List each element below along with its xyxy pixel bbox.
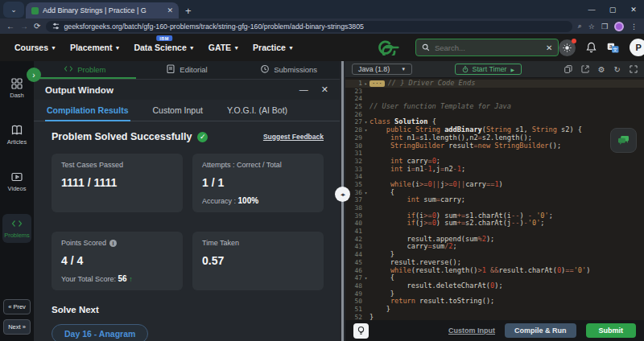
url-text: geeksforgeeks.org/batch/gfg-160-problems… xyxy=(64,23,364,31)
settings-gear-icon[interactable]: ⚙ xyxy=(598,65,605,74)
sidebar-item-articles[interactable]: Articles xyxy=(2,121,31,150)
user-avatar[interactable]: P xyxy=(630,39,644,56)
copy-icon[interactable] xyxy=(564,65,572,73)
start-timer-button[interactable]: Start Timer ▶ xyxy=(455,64,522,75)
line-number: 29 xyxy=(345,134,362,142)
reset-code-icon[interactable]: ↻ xyxy=(614,65,621,74)
panel-divider[interactable]: ◂▸ xyxy=(340,61,345,341)
tab-label: Editorial xyxy=(180,65,207,74)
gutter-space xyxy=(362,150,369,158)
minimize-icon[interactable]: — xyxy=(581,6,602,14)
custom-input-link[interactable]: Custom Input xyxy=(448,327,495,335)
hint-bulb-button[interactable] xyxy=(353,323,369,339)
nav-item-practice[interactable]: Practice▼ xyxy=(253,43,294,52)
code-line[interactable]: 30 StringBuilder result=new StringBuilde… xyxy=(345,142,644,150)
tab-submissions[interactable]: Submissions xyxy=(237,61,340,79)
status-heading: Problem Solved Successfully xyxy=(52,131,192,142)
fold-caret-icon[interactable]: ▾ xyxy=(362,118,369,126)
menu-kebab-icon[interactable]: ⋮ xyxy=(630,23,638,31)
subtab-y-o-g-i-ai-bot-[interactable]: Y.O.G.I. (AI Bot) xyxy=(225,100,289,121)
next-button[interactable]: Next » xyxy=(3,319,31,335)
translate-icon[interactable]: a 文 xyxy=(607,43,619,53)
minimize-output-icon[interactable]: — xyxy=(299,84,308,95)
ai-chat-button[interactable] xyxy=(610,128,637,153)
articles-icon xyxy=(11,125,23,136)
bookmark-star-icon[interactable]: ☆ xyxy=(588,23,595,31)
gutter-space xyxy=(362,282,369,290)
url-field[interactable]: geeksforgeeks.org/batch/gfg-160-problems… xyxy=(46,21,572,32)
suggest-feedback-link[interactable]: Suggest Feedback xyxy=(263,133,324,141)
result-cards: Test Cases Passed1111 / 1111Attempts : C… xyxy=(52,154,324,290)
browser-tab[interactable]: Add Binary Strings | Practice | G ✕ xyxy=(26,2,179,18)
chevron-down-icon: ▼ xyxy=(233,45,239,51)
sidebar-item-problems[interactable]: Problems xyxy=(2,214,31,243)
sidebar-expand-button[interactable]: › xyxy=(27,68,41,82)
back-icon[interactable]: ← xyxy=(6,22,14,31)
line-number: 50 xyxy=(345,298,362,306)
fold-caret-icon[interactable]: ▾ xyxy=(362,189,369,197)
forward-icon[interactable]: → xyxy=(20,22,28,31)
code-line[interactable]: 51 } xyxy=(345,306,644,314)
nav-item-data-science[interactable]: IBMData Science▼ xyxy=(134,43,194,52)
prev-button[interactable]: « Prev xyxy=(3,299,31,314)
notification-dot xyxy=(572,39,576,43)
profile-avatar[interactable] xyxy=(614,22,624,31)
code-line[interactable]: 33 int i=n1-1,j=n2-1; xyxy=(345,166,644,174)
tab-editorial[interactable]: Editorial xyxy=(136,61,238,79)
line-number: 51 xyxy=(345,306,362,314)
zoom-icon[interactable]: ⌕ xyxy=(578,22,582,31)
search-input[interactable] xyxy=(435,43,541,52)
extensions-icon[interactable]: ❒ xyxy=(601,23,608,31)
new-tab-button[interactable]: + xyxy=(185,5,192,18)
window-controls: — ▢ ✕ xyxy=(581,0,644,18)
play-icon: ▶ xyxy=(511,67,515,72)
code-area[interactable]: 1▸···// } Driver Code Ends232425// User … xyxy=(345,78,644,320)
code-line[interactable]: 25// User function Template for Java xyxy=(345,103,644,111)
line-number: 46 xyxy=(345,267,362,275)
info-icon[interactable]: i xyxy=(109,240,117,247)
close-icon[interactable]: ✕ xyxy=(623,6,644,14)
tab-close-icon[interactable]: ✕ xyxy=(167,6,173,14)
reload-icon[interactable]: ⟳ xyxy=(34,22,40,31)
tab-search-button[interactable]: ⌄ xyxy=(3,2,24,18)
line-number: 25 xyxy=(345,103,362,111)
fold-caret-icon[interactable]: ▾ xyxy=(362,126,369,134)
fullscreen-icon[interactable] xyxy=(630,65,638,73)
subtab-custom-input[interactable]: Custom Input xyxy=(151,100,204,121)
submit-button[interactable]: Submit xyxy=(586,323,637,338)
sidebar-item-videos[interactable]: Videos xyxy=(2,167,31,196)
card-title: Time Taken xyxy=(202,239,314,247)
code-line[interactable]: 40 if(j>=0) sum+=s2.charAt(j--)-'0'; xyxy=(345,220,644,228)
nav-item-label: Data Science xyxy=(134,43,186,52)
gfg-logo[interactable] xyxy=(377,39,407,55)
fold-caret-icon[interactable]: ▸ xyxy=(362,80,369,88)
folded-code-marker[interactable]: ··· xyxy=(369,80,385,87)
code-line[interactable]: 37 int sum=carry; xyxy=(345,196,644,204)
code-line[interactable]: 1▸···// } Driver Code Ends xyxy=(345,80,644,88)
nav-item-placement[interactable]: Placement▼ xyxy=(70,43,120,52)
clock-icon xyxy=(260,64,270,74)
compile-run-button[interactable]: Compile & Run xyxy=(505,323,576,338)
search-box[interactable]: ✕ xyxy=(415,39,559,56)
theme-toggle-button[interactable] xyxy=(559,39,576,56)
maximize-icon[interactable]: ▢ xyxy=(602,6,623,14)
subtab-compilation-results[interactable]: Compilation Results xyxy=(45,100,130,121)
code-line[interactable]: 23 xyxy=(345,88,644,96)
card-title: Test Cases Passed xyxy=(61,161,173,169)
language-select[interactable]: Java (1.8)▼ xyxy=(352,64,412,75)
code-editor: Java (1.8)▼ Start Timer ▶ xyxy=(345,61,644,341)
divider-handle-icon[interactable]: ◂▸ xyxy=(335,187,350,202)
next-problem-button[interactable]: Day 16 - Anagram xyxy=(52,324,148,341)
tab-problem[interactable]: Problem xyxy=(34,61,136,79)
tune-icon[interactable] xyxy=(52,23,60,30)
close-output-icon[interactable]: ✕ xyxy=(321,84,328,95)
left-sidebar: › DashArticlesVideosProblems « Prev Next… xyxy=(0,61,34,341)
bell-icon[interactable] xyxy=(586,42,597,53)
line-number: 32 xyxy=(345,158,362,166)
search-clear-icon[interactable]: ✕ xyxy=(546,43,552,52)
code-line[interactable]: 52} xyxy=(345,314,644,320)
nav-item-courses[interactable]: Courses▼ xyxy=(14,43,56,52)
export-icon[interactable] xyxy=(581,65,589,73)
fold-caret-icon[interactable]: ▾ xyxy=(362,274,369,282)
nav-item-gate[interactable]: GATE▼ xyxy=(208,43,239,52)
